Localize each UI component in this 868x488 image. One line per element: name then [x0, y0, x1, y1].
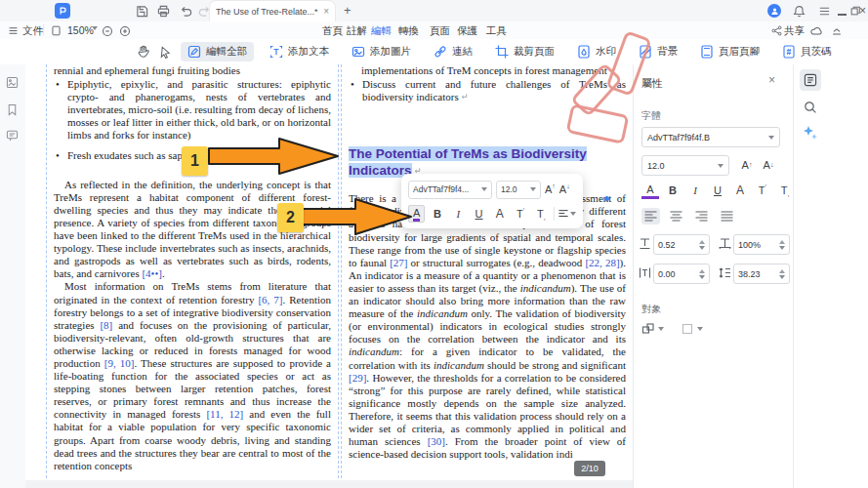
bold-button[interactable]: B: [664, 182, 682, 199]
increase-font-size-button[interactable]: A↑: [737, 155, 757, 175]
font-size-select[interactable]: 12.0: [496, 181, 541, 199]
undo-icon[interactable]: [180, 5, 192, 18]
header-footer-button[interactable]: 頁眉頁腳: [693, 42, 766, 61]
ai-assistant-sparkle-icon[interactable]: [800, 122, 821, 143]
window-minimize-button[interactable]: [838, 14, 847, 16]
horizontal-scale-input[interactable]: 100%: [733, 234, 790, 255]
align-justify-button[interactable]: [718, 208, 736, 224]
menu-tab-protect[interactable]: 保護: [457, 24, 477, 38]
comments-icon[interactable]: [6, 129, 19, 142]
step1-badge: 1: [182, 146, 208, 176]
chevron-down-icon: [530, 187, 536, 191]
menubar: 文件 150% 首頁 註解 編輯 轉換 頁面 保護 工具 共享: [0, 21, 868, 40]
menu-tab-comment[interactable]: 註解: [347, 24, 367, 38]
superscript-button[interactable]: Tʼ: [512, 205, 528, 223]
subscript-button[interactable]: T,: [776, 182, 794, 199]
bates-number-button[interactable]: 貝茨碼: [775, 42, 839, 61]
new-tab-button[interactable]: +: [344, 3, 351, 18]
tab-close-icon[interactable]: ×: [323, 6, 329, 17]
font-section-label: 字體: [641, 109, 661, 123]
print-icon[interactable]: [157, 5, 170, 18]
underline-button[interactable]: U: [471, 205, 487, 223]
font-family-select[interactable]: AdvTTaf7f9f4f.B: [641, 127, 780, 147]
align-center-button[interactable]: [667, 208, 685, 224]
italic-button[interactable]: I: [686, 182, 704, 199]
menu-tab-convert[interactable]: 轉換: [398, 24, 419, 38]
line-spacing-icon: [719, 266, 731, 279]
panel-close-icon[interactable]: ×: [768, 73, 775, 87]
bookmarks-icon[interactable]: [6, 103, 19, 116]
step2-arrow: [291, 196, 414, 237]
line-spacing-value: 38.23: [738, 269, 761, 279]
document-tab[interactable]: The Use of Tree-Relate...* ×: [209, 0, 336, 21]
add-text-button[interactable]: 添加文本: [263, 42, 336, 61]
titlebar: The Use of Tree-Relate...* × + ×: [0, 0, 868, 21]
line-spacing-input[interactable]: 38.23: [733, 264, 790, 284]
notification-bell-icon[interactable]: [793, 5, 806, 18]
font-color-button[interactable]: A: [641, 182, 659, 199]
text-anchor-dot: [604, 196, 609, 201]
edit-all-button[interactable]: 編輯全部: [181, 42, 254, 61]
font-family-select[interactable]: AdvTTaf7f9f4...: [408, 181, 492, 199]
search-icon[interactable]: [800, 97, 821, 118]
letter-case-button[interactable]: A: [491, 205, 508, 223]
page-thumbnails-icon[interactable]: [6, 76, 19, 89]
spinner-arrows-icon[interactable]: [699, 269, 705, 279]
font-size-value: 12.0: [647, 161, 665, 171]
hand-tool-icon[interactable]: [137, 45, 150, 59]
spinner-arrows-icon[interactable]: [779, 240, 785, 250]
align-left-button[interactable]: [641, 208, 660, 224]
increase-font-size-button[interactable]: A↑: [545, 183, 556, 195]
decrease-font-size-button[interactable]: A↓: [759, 155, 778, 175]
bates-number-label: 貝茨碼: [801, 45, 832, 59]
bullet-text: Epiphytic, epixylic, and parasitic struc…: [67, 78, 331, 141]
collapse-toolbar-icon[interactable]: [831, 25, 843, 37]
zoom-out-icon[interactable]: [102, 25, 113, 37]
document-page: rennial and ephemeral fungi fruiting bod…: [25, 64, 633, 488]
object-style-button[interactable]: [681, 322, 703, 336]
background-label: 背景: [657, 45, 678, 59]
letter-case-button[interactable]: A: [731, 182, 749, 199]
add-image-button[interactable]: 添加圖片: [345, 42, 418, 61]
bates-number-icon: [782, 45, 796, 59]
properties-panel: 屬性 × 字體 AdvTTaf7f9f4f.B 12.0 A↑ A↓ A B I…: [633, 64, 793, 488]
superscript-button[interactable]: Tʼ: [754, 182, 771, 199]
char-spacing-input[interactable]: 0.52: [653, 234, 710, 255]
menu-tab-home[interactable]: 首頁: [322, 24, 343, 38]
zoom-level-value[interactable]: 150%: [67, 24, 94, 36]
share-icon[interactable]: [771, 25, 782, 36]
link-button[interactable]: 連結: [427, 42, 479, 61]
zoom-in-icon[interactable]: [119, 25, 131, 37]
share-button[interactable]: 共享: [784, 24, 805, 38]
alignment-button[interactable]: [558, 205, 576, 223]
text-block-left-column[interactable]: rennial and ephemeral fungi fruiting bod…: [46, 64, 339, 488]
spinner-arrows-icon[interactable]: [779, 269, 785, 279]
subscript-button[interactable]: T,: [533, 205, 550, 223]
decrease-font-size-button[interactable]: A↓: [559, 183, 570, 195]
chevron-down-icon: [718, 164, 723, 168]
italic-button[interactable]: I: [450, 205, 467, 223]
fit-page-icon[interactable]: [51, 25, 62, 36]
spinner-arrows-icon[interactable]: [699, 240, 705, 250]
window-menu-icon[interactable]: [818, 5, 831, 18]
char-spacing-icon: [639, 237, 651, 250]
navigation-sidebar: [0, 64, 26, 488]
object-section-label: 對象: [641, 303, 661, 316]
file-menu[interactable]: 文件: [22, 24, 43, 38]
cloud-sync-icon[interactable]: [810, 25, 822, 37]
crop-page-button[interactable]: 裁剪頁面: [488, 42, 561, 61]
bullet-marker: •: [56, 78, 60, 91]
align-right-button[interactable]: [692, 208, 711, 224]
select-cursor-icon[interactable]: [159, 46, 172, 59]
menu-tab-page[interactable]: 頁面: [430, 24, 450, 38]
font-size-select[interactable]: 12.0: [641, 155, 729, 176]
save-icon[interactable]: [136, 5, 148, 18]
bold-button[interactable]: B: [429, 205, 445, 223]
account-avatar[interactable]: [767, 4, 781, 18]
baseline-offset-input[interactable]: 0.00: [653, 264, 710, 284]
window-close-button[interactable]: ×: [859, 4, 866, 18]
properties-panel-icon[interactable]: [800, 69, 821, 91]
menu-tab-tools[interactable]: 工具: [486, 24, 507, 38]
underline-button[interactable]: U: [709, 182, 726, 199]
arrange-object-button[interactable]: [641, 322, 664, 336]
